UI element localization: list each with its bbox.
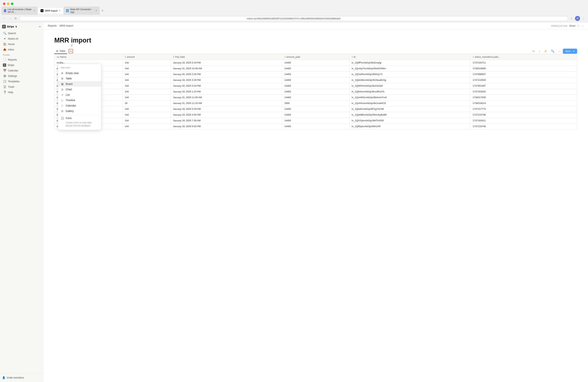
cell-amount-paid: 14400 <box>282 106 349 112</box>
table-header-row: AaName Σamount ΣPay Date ≡amount_paid ≡i… <box>55 54 577 60</box>
sidebar-item-reports[interactable]: 📄 Reports <box>1 57 42 62</box>
cell-id: in_1QnGpYlvnhti2qU9Ad2OtNlm <box>349 66 470 72</box>
breadcrumb-current: MRR import <box>60 24 73 27</box>
traffic-lights <box>0 0 588 6</box>
back-button[interactable]: ← <box>2 16 6 21</box>
invite-icon: 👤 <box>2 376 5 379</box>
table-row[interactable]: mr@gmail.com 144 January 18, 2025 7:30 A… <box>55 118 577 124</box>
table-row[interactable]: mr@gmail.com 144 January 18, 2025 1:23 P… <box>55 89 577 95</box>
table-row[interactable]: mr@gmail.com 29 January 31, 2025 11:10 A… <box>55 100 577 106</box>
table-row[interactable]: mr@g... 144 January 26, 2025 2:35 PM 144… <box>55 72 577 77</box>
add-view-button[interactable]: + <box>69 49 73 53</box>
dropdown-item-label-timeline: Timeline <box>66 99 75 102</box>
new-record-button[interactable]: New ∨ <box>563 49 577 54</box>
cell-amount-paid: 14400 <box>282 72 349 77</box>
cell-amount-paid: 14400 <box>282 118 349 124</box>
url-bar[interactable]: notion.so/19fce380694c80828f71c5104df9d3… <box>19 16 568 21</box>
col-header-id: ≡id <box>349 54 470 60</box>
page-more-button[interactable]: ··· <box>581 24 584 27</box>
sidebar-item-trash[interactable]: 🗑️ Trash <box>1 84 42 90</box>
dropdown-item-label-gallery: Gallery <box>66 110 74 113</box>
tab-3[interactable]: N Note API Connector - App ✕ <box>63 6 100 15</box>
workspace-label: Stripe <box>7 25 14 28</box>
table-row[interactable]: mr@gmail.com 144 January 18, 2025 6:02 P… <box>55 124 577 129</box>
sidebar-edit-button[interactable]: ✏ <box>39 25 41 28</box>
automation-button[interactable]: ⚡ <box>543 49 548 54</box>
more-db-button[interactable]: ··· <box>557 49 561 53</box>
search-db-button[interactable]: 🔍 <box>550 49 555 54</box>
tab-close-2[interactable]: ✕ <box>59 9 61 12</box>
sidebar-item-label-help: Help <box>8 91 13 94</box>
invite-members-button[interactable]: 👤 Invite members <box>0 375 43 381</box>
table-row[interactable]: mr@gmail.com 144 January 18, 2025 4:55 P… <box>55 112 577 118</box>
table-view-tab[interactable]: ⊞ Table <box>54 48 67 54</box>
filter-button[interactable]: ≡↓ <box>531 49 536 53</box>
table-row[interactable]: mr@g... 144 January 18, 2025 6:18 PM 144… <box>55 60 577 66</box>
sort-button[interactable]: ↕ <box>538 49 542 53</box>
refresh-button[interactable]: ↻ <box>14 16 18 21</box>
breadcrumb-reports[interactable]: Reports <box>48 24 57 27</box>
cell-amount: 29 <box>123 100 171 106</box>
dropdown-item-list[interactable]: ≡ List <box>58 92 101 97</box>
col-header-amount-paid: ≡amount_paid <box>282 54 349 60</box>
favorite-button[interactable]: ☆ <box>577 24 580 27</box>
browser-menu-button[interactable]: ⋮ <box>582 16 586 21</box>
sidebar-item-help[interactable]: ❓ Help <box>1 90 42 95</box>
dropdown-item-empty[interactable]: ⊕ Empty view <box>58 70 101 76</box>
table-row[interactable]: mr@g... 144 January 18, 2025 3:29 PM 144… <box>55 77 577 83</box>
user-avatar[interactable]: M <box>575 16 580 21</box>
dropdown-item-chart[interactable]: ◎ Chart <box>58 87 101 92</box>
dropdown-item-table[interactable]: ⊞ Table <box>58 76 101 81</box>
new-caret[interactable]: ∨ <box>571 50 575 53</box>
sidebar-item-settings[interactable]: ⚙️ Settings <box>1 73 42 79</box>
dropdown-item-timeline[interactable]: ▷ Timeline <box>58 97 101 103</box>
cell-id: in_1QlVzRlvnhti2qU9lXlVyr71 <box>349 72 470 77</box>
tab-close-1[interactable]: ✕ <box>33 9 35 12</box>
close-button[interactable] <box>3 2 5 5</box>
cell-status: 1737203020 <box>470 89 577 95</box>
sidebar-item-inbox[interactable]: 📥 Inbox <box>1 47 42 52</box>
maximize-button[interactable] <box>11 2 13 5</box>
table-row[interactable]: mr@g... 144 January 26, 2025 3:24 PM 144… <box>55 83 577 89</box>
cell-status: 1737181811 <box>470 118 577 124</box>
minimize-button[interactable] <box>7 2 9 5</box>
dropdown-item-gallery[interactable]: ⊟ Gallery <box>58 108 101 114</box>
tab-close-3[interactable]: ✕ <box>95 9 97 12</box>
cell-status: 1738317938 <box>470 95 577 100</box>
list-icon: ≡ <box>61 93 64 96</box>
cell-amount: 144 <box>123 106 171 112</box>
sidebar-item-templates[interactable]: 📋 Templates <box>1 79 42 84</box>
tab-label-2: MRR import <box>45 9 57 12</box>
dropdown-item-form[interactable]: 📋 Form <box>58 115 101 121</box>
sidebar-item-notion-ai[interactable]: ✦ Notion AI <box>1 36 42 41</box>
sidebar-item-search[interactable]: 🔍 Search <box>1 31 42 36</box>
sidebar-item-label-calendar: Calendar <box>8 69 18 72</box>
dropdown-item-calendar[interactable]: □ Calendar <box>58 103 101 108</box>
table-row[interactable]: mr@g... 144 January 31, 2025 10:48 AM 14… <box>55 66 577 72</box>
dropdown-item-board[interactable]: ▦ Board <box>58 81 101 87</box>
chart-icon: ◎ <box>61 88 64 91</box>
tab-1[interactable]: S List all invoices | Stripe API R... ✕ <box>1 6 38 15</box>
sidebar-item-stripe[interactable]: S Stripe <box>1 62 42 68</box>
sidebar-item-label-search: Search <box>8 32 16 35</box>
table-container: AaName Σamount ΣPay Date ≡amount_paid ≡i… <box>54 54 577 129</box>
share-button[interactable]: Share <box>569 24 575 27</box>
new-tab-button[interactable]: + <box>100 8 105 14</box>
data-table: AaName Σamount ΣPay Date ≡amount_paid ≡i… <box>54 54 577 129</box>
tab-favicon-3: N <box>66 9 69 12</box>
forward-button[interactable]: → <box>8 16 12 21</box>
table-view-icon: ⊞ <box>56 50 58 53</box>
table-row[interactable]: mr@gmail.com 144 January 18, 2025 5:29 P… <box>55 106 577 112</box>
cell-status: 1737898507 <box>470 72 577 77</box>
workspace-name[interactable]: S Stripe ∨ <box>2 25 17 28</box>
sidebar-item-home[interactable]: 🏠 Home <box>1 41 42 47</box>
cell-pay-date: January 18, 2025 5:29 PM <box>171 106 282 112</box>
table-row[interactable]: mr@gmail.com 144 January 31, 2025 11:05 … <box>55 95 577 100</box>
tab-2[interactable]: N MRR import ✕ <box>38 8 63 14</box>
reports-icon: 📄 <box>3 58 6 61</box>
form-icon: 📋 <box>61 117 64 119</box>
bookmark-button[interactable]: ☆ <box>569 16 573 21</box>
cell-id: in_1QiettIvnhti2qU9F2gYhZJM <box>349 106 470 112</box>
cell-status: 1738316890 <box>470 66 577 72</box>
sidebar-item-calendar[interactable]: 📅 Calendar <box>1 68 42 73</box>
